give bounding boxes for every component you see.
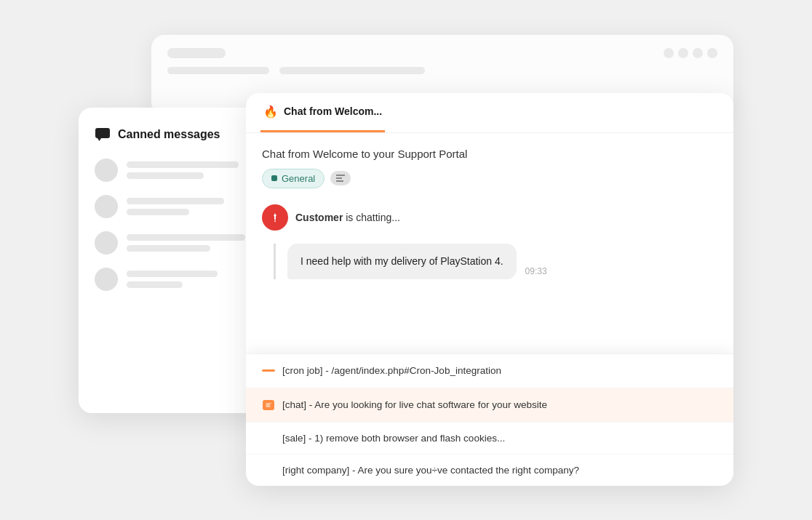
list-avatar (95, 268, 118, 291)
message-bubble: I need help with my delivery of PlayStat… (287, 244, 717, 279)
canned-item-2[interactable]: [chat] - Are you looking for live chat s… (246, 388, 733, 423)
list-line (127, 198, 224, 204)
sidebar-list (95, 159, 266, 291)
canned-item-text-4: [right company] - Are you sure you÷ve co… (282, 465, 579, 476)
tab-fire-icon: 🔥 (263, 105, 278, 119)
canned-item-text-1: [cron job] - /agent/index.php#Cron-Job_i… (282, 365, 501, 376)
chat-from-title: Chat from Welcome to your Support Portal (262, 148, 717, 160)
list-line (127, 245, 210, 252)
list-line (127, 234, 245, 241)
tag-general-dot (271, 175, 277, 181)
customer-avatar (262, 204, 288, 231)
customer-status-text: is chatting... (346, 212, 400, 223)
toolbar (167, 48, 717, 58)
sidebar-title: Canned messages (118, 128, 220, 141)
list-line (127, 209, 189, 215)
svg-rect-2 (274, 216, 276, 220)
canned-messages-icon (95, 128, 111, 141)
dot-2 (678, 48, 688, 58)
sidebar-header: Canned messages (95, 128, 266, 141)
content-line-1 (167, 67, 269, 74)
dot-3 (693, 48, 703, 58)
svg-rect-0 (95, 128, 110, 138)
dot-4 (707, 48, 717, 58)
tag-secondary[interactable] (330, 171, 351, 185)
message-block: I need help with my delivery of PlayStat… (274, 244, 717, 279)
canned-dropdown: [cron job] - /agent/index.php#Cron-Job_i… (246, 353, 733, 486)
canned-item-icon-line (262, 364, 275, 377)
list-item (95, 231, 266, 255)
window-controls (664, 48, 717, 58)
list-avatar (95, 231, 118, 255)
main-chat-panel: 🔥 Chat from Welcom... Chat from Welcome … (246, 93, 733, 486)
list-item (95, 195, 266, 218)
dot-1 (664, 48, 674, 58)
tab-label: Chat from Welcom... (284, 105, 382, 117)
canned-item-3[interactable]: [sale] - 1) remove both browser and flas… (246, 423, 733, 455)
list-avatar (95, 159, 118, 182)
tag-general-label: General (282, 173, 315, 184)
customer-name: Customer (295, 212, 343, 223)
customer-status: Customer is chatting... (295, 212, 400, 223)
list-item (95, 268, 266, 291)
browser-content (167, 67, 717, 74)
url-bar (167, 48, 226, 58)
list-line (127, 281, 183, 288)
canned-item-1[interactable]: [cron job] - /agent/index.php#Cron-Job_i… (246, 354, 733, 388)
list-item (95, 159, 266, 182)
canned-item-text-2: [chat] - Are you looking for live chat s… (282, 399, 547, 410)
content-line-2 (279, 67, 425, 74)
bubble-text: I need help with my delivery of PlayStat… (287, 244, 517, 279)
tab-chat-from[interactable]: 🔥 Chat from Welcom... (260, 93, 385, 132)
bubble-time: 09:33 (525, 266, 547, 279)
list-line (127, 271, 218, 277)
tab-bar: 🔥 Chat from Welcom... (246, 93, 733, 133)
list-line (127, 172, 204, 179)
list-avatar (95, 195, 118, 218)
customer-row: Customer is chatting... (262, 204, 717, 231)
canned-item-4[interactable]: [right company] - Are you sure you÷ve co… (246, 455, 733, 486)
tags-row: General (262, 169, 717, 188)
tag-general[interactable]: General (262, 169, 325, 188)
svg-marker-1 (97, 138, 101, 141)
svg-point-3 (274, 220, 276, 222)
canned-item-icon-square (262, 399, 275, 412)
canned-item-text-3: [sale] - 1) remove both browser and flas… (282, 433, 505, 444)
list-line (127, 161, 239, 168)
